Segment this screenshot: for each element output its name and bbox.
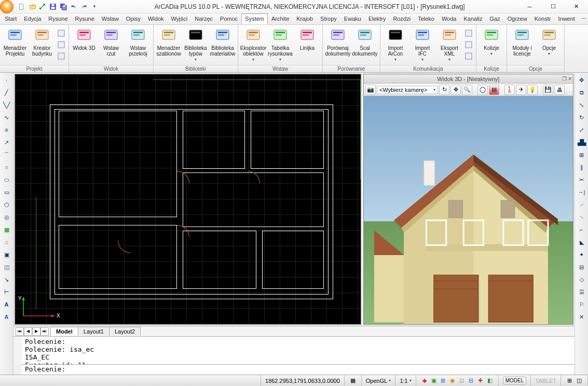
ribbon-kolizje[interactable]: Kolizje ▾	[478, 26, 504, 65]
menu-teleko[interactable]: Teleko	[414, 14, 438, 24]
ribbon-menad-er-szablon-w[interactable]: Menadżer szablonów	[156, 26, 182, 65]
ribbon-por-wnaj-dokumenty[interactable]: Porównaj dokumenty	[325, 26, 351, 65]
region-icon[interactable]: ◫	[2, 262, 12, 272]
ribbon-biblioteka-typ-w[interactable]: Biblioteka typów ▾	[183, 26, 209, 65]
ribbon-opcje[interactable]: Opcje ▾	[536, 26, 562, 65]
status-toggle-1[interactable]: ▦	[345, 375, 362, 386]
hatch-icon[interactable]: ▦	[2, 224, 12, 235]
menu-woda[interactable]: Woda	[438, 14, 460, 24]
menu-ewaku[interactable]: Ewaku	[340, 14, 365, 24]
orbit-icon[interactable]: ↻	[439, 85, 449, 95]
array-icon[interactable]: ⊞	[577, 150, 587, 160]
dimension-tool-icon[interactable]: ⊢	[2, 287, 12, 297]
properties-icon[interactable]: ☰	[577, 287, 587, 297]
save-icon[interactable]	[48, 2, 58, 11]
ribbon-linijka[interactable]: Linijka	[294, 26, 320, 65]
app-logo-icon[interactable]	[0, 0, 13, 14]
fillet-icon[interactable]: ⌐	[577, 224, 587, 235]
ribbon-import-arcon[interactable]: Import ArCon ▾	[382, 26, 408, 65]
offset-icon[interactable]: ∥	[577, 162, 587, 172]
ribbon-small-0-0[interactable]	[56, 28, 66, 38]
panel-close-icon[interactable]: ✕	[568, 76, 572, 82]
match-icon[interactable]: ⚐	[577, 299, 587, 310]
menu-rysune[interactable]: Rysune	[45, 14, 71, 24]
new-icon[interactable]	[17, 2, 26, 11]
ribbon-small-0-2[interactable]	[56, 51, 66, 61]
ribbon-small-5-0[interactable]	[463, 28, 474, 38]
leader-icon[interactable]: ↘	[2, 274, 12, 285]
shaded-icon[interactable]: ▤	[489, 85, 499, 95]
close-button[interactable]: ✕	[565, 0, 588, 14]
camera-add-icon[interactable]: 📷	[365, 85, 376, 95]
status-scale[interactable]: 1:1 ▾	[395, 375, 416, 386]
align-icon[interactable]: ⊟	[577, 262, 587, 272]
menu-kanaliz[interactable]: Kanaliz	[460, 14, 486, 24]
tab-prev-icon[interactable]: ◀	[24, 327, 32, 336]
ribbon-small-0-1[interactable]	[56, 39, 66, 50]
ray-icon[interactable]: ↗	[2, 137, 12, 148]
print-view-icon[interactable]: 🖶	[554, 85, 565, 95]
break-icon[interactable]: ⟋	[577, 199, 587, 210]
ribbon-kreator-budynku[interactable]: Kreator budynku	[29, 26, 55, 65]
menu-widok[interactable]: Widok	[144, 14, 168, 24]
pan-icon[interactable]: ✥	[450, 85, 461, 95]
rectangle-icon[interactable]: ▭	[2, 187, 12, 197]
snap-2-icon[interactable]: ▣	[430, 377, 438, 385]
menu-ogrzew[interactable]: Ogrzew	[504, 14, 531, 24]
join-icon[interactable]: ⟍	[577, 212, 587, 222]
view-2d[interactable]: X Y	[15, 74, 361, 325]
tab-last-icon[interactable]: ⏭	[40, 327, 49, 336]
snap-1-icon[interactable]: ◆	[420, 377, 429, 385]
status-model[interactable]: MODEL	[499, 375, 531, 386]
menu-rozdzi[interactable]: Rozdzi	[390, 14, 415, 24]
polyline-icon[interactable]: ╲╱	[2, 100, 12, 110]
menu-elektry[interactable]: Elektry	[365, 14, 390, 24]
mirror-icon[interactable]: ▟▙	[577, 137, 587, 148]
ribbon-widok-3d[interactable]: Widok 3D	[71, 26, 97, 65]
command-input[interactable]: Polecenie:	[22, 364, 575, 375]
erase-icon[interactable]: ✕	[577, 312, 587, 322]
extend-icon[interactable]: →|	[577, 187, 587, 197]
menu-start[interactable]: Start	[1, 14, 20, 24]
menu-system[interactable]: System	[241, 14, 268, 24]
ribbon-menad-er-projektu[interactable]: Menadżer Projektu	[2, 26, 28, 65]
edit-poly-icon[interactable]: ◇	[577, 274, 587, 285]
status-end-2-icon[interactable]: ◫	[575, 377, 583, 385]
donut-icon[interactable]: ◎	[2, 212, 12, 222]
menu-gaz[interactable]: Gaz	[486, 14, 504, 24]
ellipse-icon[interactable]: ⬭	[2, 175, 12, 185]
spline-icon[interactable]: ∿	[2, 112, 12, 123]
ribbon-tabelka-rysunkowa[interactable]: Tabelka rysunkowa ▾	[267, 26, 293, 65]
light-icon[interactable]: 💡	[527, 85, 538, 95]
status-tablet[interactable]: TABLET	[531, 375, 561, 386]
walk-icon[interactable]: 🚶	[504, 85, 515, 95]
snap-7-icon[interactable]: ✚	[476, 377, 485, 385]
trim-icon[interactable]: ✂	[577, 175, 587, 185]
menu-krajob[interactable]: Krajob	[293, 14, 317, 24]
snap-8-icon[interactable]: ◧	[486, 377, 494, 385]
undo-icon[interactable]	[69, 2, 78, 11]
camera-select[interactable]: <Wybierz kamerę>▾	[377, 86, 438, 94]
tab-layout1[interactable]: Layout1	[78, 327, 110, 336]
ribbon-modu-y-i-licencje[interactable]: Moduły i licencje	[509, 26, 535, 65]
snap-4-icon[interactable]: ◉	[448, 377, 457, 385]
dimension-icon[interactable]	[38, 2, 47, 11]
menu-wyjści[interactable]: Wyjści	[168, 14, 192, 24]
explode-icon[interactable]: ✦	[577, 249, 587, 260]
block-icon[interactable]: ▣	[2, 249, 12, 260]
menu-pomoc[interactable]: Pomoc	[216, 14, 241, 24]
menu-archite[interactable]: Archite	[268, 14, 293, 24]
rotate-icon[interactable]: ↻	[577, 112, 587, 123]
menu-stropy[interactable]: Stropy	[317, 14, 340, 24]
maximize-button[interactable]: ☐	[541, 0, 565, 14]
circle-icon[interactable]: ○	[2, 162, 12, 172]
snap-5-icon[interactable]: ⊡	[458, 377, 466, 385]
ribbon-small-5-1[interactable]	[463, 39, 474, 50]
status-end-1-icon[interactable]: ⊞	[565, 377, 573, 385]
ribbon-wstaw-rzut[interactable]: Wstaw rzut	[98, 26, 124, 65]
mtext-icon[interactable]: A	[2, 299, 12, 310]
insert-icon[interactable]: ⌂	[2, 237, 12, 247]
wireframe-icon[interactable]: ◯	[477, 85, 488, 95]
menu-wstaw[interactable]: Wstaw	[98, 14, 122, 24]
line-icon[interactable]: ╱	[2, 87, 12, 98]
